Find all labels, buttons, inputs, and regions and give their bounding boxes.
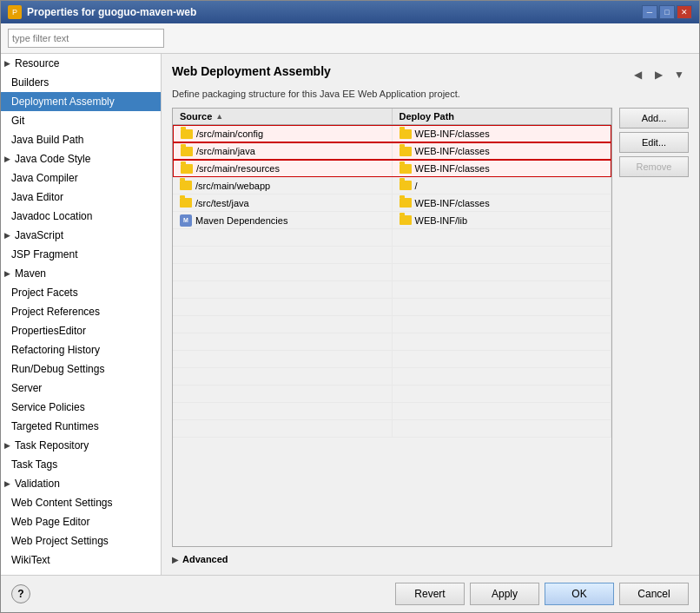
- sidebar-item-project-references[interactable]: Project References: [1, 302, 161, 321]
- sidebar-item-java-build-path[interactable]: Java Build Path: [1, 130, 161, 149]
- deploy-cell: WEB-INF/classes: [393, 161, 611, 176]
- remove-button[interactable]: Remove: [619, 156, 689, 177]
- panel-subtitle: Define packaging structure for this Java…: [172, 89, 689, 99]
- sidebar-item-label-task-tags: Task Tags: [11, 458, 57, 471]
- dialog-icon: P: [8, 5, 22, 19]
- sidebar-item-label-service-policies: Service Policies: [11, 401, 85, 413]
- revert-button[interactable]: Revert: [395, 583, 465, 605]
- source-column-header: Source ▲: [173, 109, 393, 124]
- bottom-right-buttons: Revert Apply OK Cancel: [395, 583, 689, 605]
- folder-icon: [180, 181, 192, 190]
- sidebar-item-deployment-assembly[interactable]: Deployment Assembly: [1, 92, 161, 111]
- folder-icon: [180, 198, 192, 208]
- sidebar-item-label-wikitext: WikiText: [11, 554, 50, 566]
- deploy-text: WEB-INF/lib: [415, 215, 468, 226]
- edit-button[interactable]: Edit...: [619, 132, 689, 153]
- sidebar-item-run-debug-settings[interactable]: Run/Debug Settings: [1, 359, 161, 379]
- table-row[interactable]: /src/test/javaWEB-INF/classes: [173, 194, 611, 212]
- filter-input[interactable]: [8, 29, 164, 48]
- sidebar-item-java-code-style[interactable]: ▶Java Code Style: [1, 149, 161, 168]
- sidebar-item-label-java-build-path: Java Build Path: [11, 134, 83, 146]
- sidebar-item-label-refactoring-history: Refactoring History: [11, 344, 100, 356]
- sidebar-item-javascript[interactable]: ▶JavaScript: [1, 226, 161, 245]
- deploy-cell: WEB-INF/lib: [393, 212, 612, 228]
- sidebar-item-maven[interactable]: ▶Maven: [1, 264, 161, 283]
- help-button[interactable]: ?: [11, 584, 30, 603]
- table-body: /src/main/configWEB-INF/classes/src/main…: [173, 125, 611, 546]
- source-cell: /src/main/config: [174, 126, 393, 142]
- deploy-folder-icon: [400, 215, 412, 225]
- sidebar-item-web-page-editor[interactable]: Web Page Editor: [1, 512, 161, 531]
- add-button[interactable]: Add...: [619, 108, 689, 129]
- sidebar-item-label-validation: Validation: [15, 476, 60, 491]
- table-row[interactable]: MMaven DependenciesWEB-INF/lib: [173, 212, 611, 229]
- maximize-button[interactable]: □: [659, 5, 675, 19]
- deploy-folder-icon: [400, 147, 412, 156]
- expand-arrow-maven: ▶: [4, 266, 13, 281]
- sidebar-item-server[interactable]: Server: [1, 379, 161, 398]
- sidebar-item-task-repository[interactable]: ▶Task Repository: [1, 436, 161, 455]
- ok-button[interactable]: OK: [545, 583, 614, 605]
- sidebar-item-wikitext[interactable]: WikiText: [1, 550, 161, 570]
- sidebar-item-git[interactable]: Git: [1, 111, 161, 130]
- sidebar-item-jsp-fragment[interactable]: JSP Fragment: [1, 245, 161, 264]
- forward-button[interactable]: ▶: [649, 65, 668, 84]
- sidebar-item-targeted-runtimes[interactable]: Targeted Runtimes: [1, 417, 161, 436]
- table-row[interactable]: /src/main/webapp/: [173, 177, 611, 194]
- sidebar-item-project-facets[interactable]: Project Facets: [1, 283, 161, 302]
- source-cell: /src/main/resources: [174, 161, 393, 176]
- properties-dialog: P Properties for guoguo-maven-web ─ □ ✕ …: [0, 0, 700, 613]
- empty-row: [173, 403, 611, 420]
- left-panel: ▶ResourceBuildersDeployment AssemblyGitJ…: [1, 54, 162, 575]
- expand-arrow-java-code-style: ▶: [4, 151, 13, 167]
- sidebar-item-label-git: Git: [11, 115, 24, 127]
- apply-button[interactable]: Apply: [470, 583, 539, 605]
- sidebar-item-builders[interactable]: Builders: [1, 73, 161, 92]
- title-bar: P Properties for guoguo-maven-web ─ □ ✕: [1, 1, 699, 23]
- empty-row: [173, 368, 611, 386]
- sidebar-item-properties-editor[interactable]: PropertiesEditor: [1, 321, 161, 340]
- sidebar-item-label-resource: Resource: [15, 56, 59, 71]
- sidebar-item-resource[interactable]: ▶Resource: [1, 54, 161, 73]
- table-row[interactable]: /src/main/resourcesWEB-INF/classes: [173, 160, 611, 177]
- source-text: /src/main/webapp: [195, 181, 270, 191]
- title-bar-left: P Properties for guoguo-maven-web: [8, 5, 196, 19]
- sidebar-item-java-editor[interactable]: Java Editor: [1, 188, 161, 207]
- table-row[interactable]: /src/main/configWEB-INF/classes: [173, 125, 611, 142]
- minimize-button[interactable]: ─: [642, 5, 657, 19]
- deploy-folder-icon: [400, 164, 412, 174]
- sidebar-item-javadoc-location[interactable]: Javadoc Location: [1, 207, 161, 226]
- sidebar-item-task-tags[interactable]: Task Tags: [1, 455, 161, 474]
- right-buttons: Add... Edit... Remove: [619, 108, 689, 547]
- source-text: Maven Dependencies: [195, 215, 287, 226]
- toolbar-icons: ◀ ▶ ▼: [628, 65, 689, 84]
- close-button[interactable]: ✕: [677, 5, 692, 19]
- empty-row: [173, 316, 611, 333]
- advanced-section[interactable]: ▶ Advanced: [172, 554, 689, 564]
- sidebar-item-label-java-code-style: Java Code Style: [15, 151, 90, 167]
- sidebar-item-java-compiler[interactable]: Java Compiler: [1, 168, 161, 188]
- deploy-folder-icon: [400, 181, 412, 190]
- expand-arrow-javascript: ▶: [4, 227, 13, 243]
- sidebar-item-refactoring-history[interactable]: Refactoring History: [1, 340, 161, 359]
- deploy-column-header: Deploy Path: [393, 109, 612, 124]
- filter-area: [1, 23, 699, 54]
- source-cell: /src/main/webapp: [173, 177, 393, 194]
- source-text: /src/main/config: [196, 129, 263, 139]
- dropdown-button[interactable]: ▼: [670, 65, 689, 84]
- sidebar-item-service-policies[interactable]: Service Policies: [1, 398, 161, 417]
- deploy-cell: WEB-INF/classes: [393, 143, 611, 159]
- sidebar-item-web-project-settings[interactable]: Web Project Settings: [1, 531, 161, 550]
- sidebar-item-label-javadoc-location: Javadoc Location: [11, 210, 92, 222]
- back-button[interactable]: ◀: [628, 65, 647, 84]
- deploy-text: WEB-INF/classes: [415, 129, 490, 139]
- empty-row: [173, 299, 611, 316]
- expand-arrow-resource: ▶: [4, 56, 13, 71]
- folder-icon: [181, 164, 193, 174]
- table-row[interactable]: /src/main/javaWEB-INF/classes: [173, 142, 611, 160]
- dialog-title: Properties for guoguo-maven-web: [27, 6, 196, 18]
- cancel-button[interactable]: Cancel: [619, 583, 689, 605]
- title-controls: ─ □ ✕: [642, 5, 692, 19]
- sidebar-item-validation[interactable]: ▶Validation: [1, 474, 161, 493]
- sidebar-item-web-content-settings[interactable]: Web Content Settings: [1, 493, 161, 512]
